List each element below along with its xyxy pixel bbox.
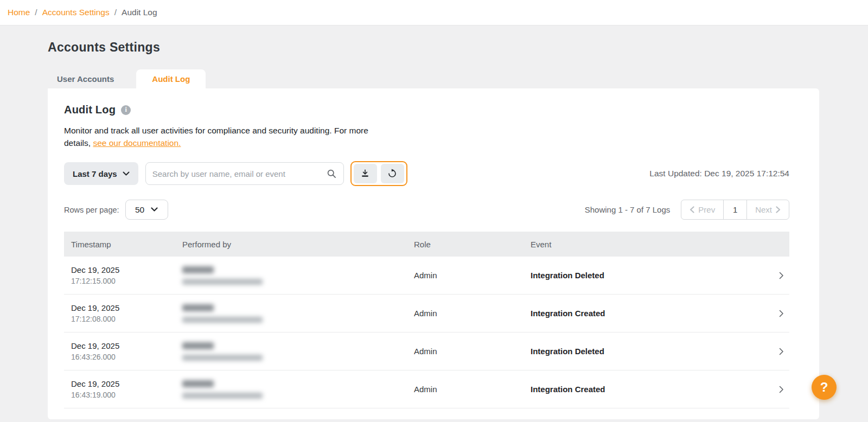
search-input[interactable] — [152, 169, 326, 178]
row-performed-by-redacted — [182, 342, 414, 361]
table-row[interactable]: Dec 19, 2025 16:43:26.000 Admin Integrat… — [64, 333, 789, 370]
row-time: 16:43:26.000 — [71, 353, 182, 361]
breadcrumb-home-link[interactable]: Home — [8, 8, 30, 17]
row-date: Dec 19, 2025 — [71, 379, 182, 388]
export-refresh-button-group — [350, 161, 407, 186]
row-role: Admin — [414, 347, 531, 356]
next-page-button[interactable]: Next — [747, 200, 789, 219]
column-header-event: Event — [531, 240, 771, 249]
row-performed-by-redacted — [182, 304, 414, 323]
date-range-dropdown[interactable]: Last 7 days — [64, 162, 138, 185]
chevron-left-icon — [690, 206, 694, 213]
pager: Prev 1 Next — [681, 200, 789, 220]
rows-per-page-value: 50 — [135, 205, 144, 215]
redacted-user-name — [182, 304, 214, 311]
redacted-user-email — [182, 317, 263, 323]
description-line2-prefix: details, — [64, 138, 93, 148]
row-time: 16:43:19.000 — [71, 391, 182, 399]
section-heading: Audit Log — [64, 104, 116, 116]
row-time: 17:12:15.000 — [71, 277, 182, 285]
table-row[interactable]: Dec 19, 2025 16:43:19.000 Admin Integrat… — [64, 370, 789, 408]
chevron-down-icon — [151, 207, 158, 212]
tab-audit-log[interactable]: Audit Log — [136, 69, 206, 88]
table-row[interactable]: Dec 19, 2025 17:12:15.000 Admin Integrat… — [64, 257, 789, 295]
breadcrumb-current-page: Audit Log — [122, 8, 157, 17]
info-icon[interactable]: i — [121, 105, 131, 115]
column-header-performed-by: Performed by — [182, 240, 414, 249]
redacted-user-email — [182, 393, 263, 399]
refresh-icon — [387, 169, 397, 178]
prev-page-button[interactable]: Prev — [681, 200, 723, 219]
prev-label: Prev — [698, 205, 715, 214]
chevron-right-icon[interactable] — [779, 272, 784, 279]
refresh-button[interactable] — [381, 164, 404, 183]
current-page-button[interactable]: 1 — [723, 200, 747, 219]
page-title: Accounts Settings — [48, 25, 868, 55]
redacted-user-name — [182, 266, 214, 273]
row-role: Admin — [414, 309, 531, 318]
table-row[interactable]: Dec 19, 2025 17:12:08.000 Admin Integrat… — [64, 295, 789, 333]
rows-per-page-label: Rows per page: — [64, 206, 119, 214]
row-date: Dec 19, 2025 — [71, 341, 182, 350]
section-description: Monitor and track all user activities fo… — [64, 124, 803, 149]
rows-per-page-select[interactable]: 50 — [125, 200, 168, 220]
search-box — [145, 162, 344, 185]
redacted-user-name — [182, 342, 214, 349]
documentation-link[interactable]: see our documentation. — [93, 138, 181, 148]
breadcrumb-separator: / — [114, 8, 117, 17]
date-range-value: Last 7 days — [73, 169, 117, 178]
redacted-user-email — [182, 355, 263, 361]
showing-count-text: Showing 1 - 7 of 7 Logs — [585, 205, 671, 214]
row-time: 17:12:08.000 — [71, 315, 182, 323]
chevron-down-icon — [123, 171, 130, 176]
help-button[interactable]: ? — [812, 375, 837, 400]
table-header-row: Timestamp Performed by Role Event — [64, 232, 789, 257]
row-event: Integration Deleted — [531, 347, 771, 356]
download-icon — [360, 169, 370, 178]
chevron-right-icon[interactable] — [779, 310, 784, 317]
breadcrumb: Home / Accounts Settings / Audit Log — [0, 0, 868, 25]
row-date: Dec 19, 2025 — [71, 265, 182, 274]
row-event: Integration Created — [531, 309, 771, 318]
row-event: Integration Created — [531, 385, 771, 394]
chevron-right-icon — [776, 206, 781, 213]
last-updated-text: Last Updated: Dec 19, 2025 17:12:54 — [649, 169, 789, 178]
row-performed-by-redacted — [182, 266, 414, 285]
row-performed-by-redacted — [182, 380, 414, 399]
redacted-user-name — [182, 380, 214, 387]
breadcrumb-accounts-settings-link[interactable]: Accounts Settings — [42, 8, 110, 17]
audit-log-table: Timestamp Performed by Role Event Dec 19… — [64, 232, 789, 408]
row-event: Integration Deleted — [531, 271, 771, 280]
breadcrumb-separator: / — [35, 8, 37, 17]
row-role: Admin — [414, 271, 531, 280]
description-line1: Monitor and track all user activities fo… — [64, 126, 368, 135]
next-label: Next — [755, 205, 772, 214]
row-role: Admin — [414, 385, 531, 394]
audit-log-panel: Audit Log i Monitor and track all user a… — [48, 88, 819, 419]
row-date: Dec 19, 2025 — [71, 303, 182, 312]
tab-user-accounts[interactable]: User Accounts — [48, 69, 123, 88]
tab-bar: User Accounts Audit Log — [48, 68, 868, 88]
column-header-role: Role — [414, 240, 531, 249]
column-header-timestamp: Timestamp — [64, 240, 182, 249]
download-button[interactable] — [354, 164, 377, 183]
chevron-right-icon[interactable] — [779, 348, 784, 355]
redacted-user-email — [182, 279, 263, 285]
search-icon — [326, 168, 337, 179]
chevron-right-icon[interactable] — [779, 386, 784, 393]
